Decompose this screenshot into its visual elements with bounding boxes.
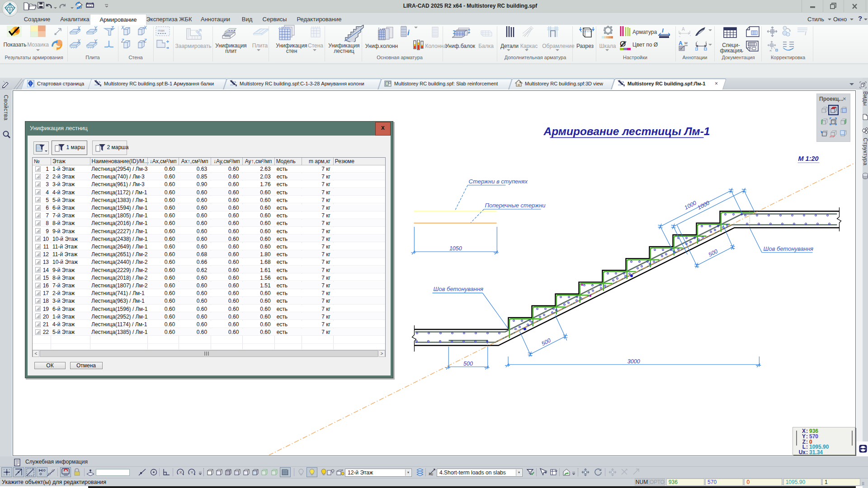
svg-text:Z: Z: [110, 26, 114, 31]
svg-text:Y: Y: [94, 39, 98, 44]
svg-text:X: X: [143, 26, 147, 30]
svg-text:№: №: [429, 472, 433, 476]
svg-text:M: M: [684, 41, 688, 45]
svg-text:Y: Y: [191, 470, 193, 474]
svg-text:Z: Z: [121, 39, 124, 43]
svg-text:X: X: [179, 470, 182, 474]
svg-text:X: X: [77, 26, 80, 31]
svg-text:I: I: [662, 27, 664, 34]
svg-text:X: X: [77, 39, 80, 44]
svg-text:Y: Y: [94, 26, 98, 31]
svg-text:Z: Z: [143, 39, 147, 43]
svg-text:Ø: Ø: [620, 40, 626, 48]
svg-text:i: i: [407, 29, 410, 37]
svg-text:A: A: [679, 41, 683, 47]
svg-text:I: I: [805, 30, 807, 36]
svg-text:X: X: [121, 26, 124, 30]
svg-text:A: A: [682, 27, 685, 32]
svg-text:max: max: [158, 28, 165, 33]
